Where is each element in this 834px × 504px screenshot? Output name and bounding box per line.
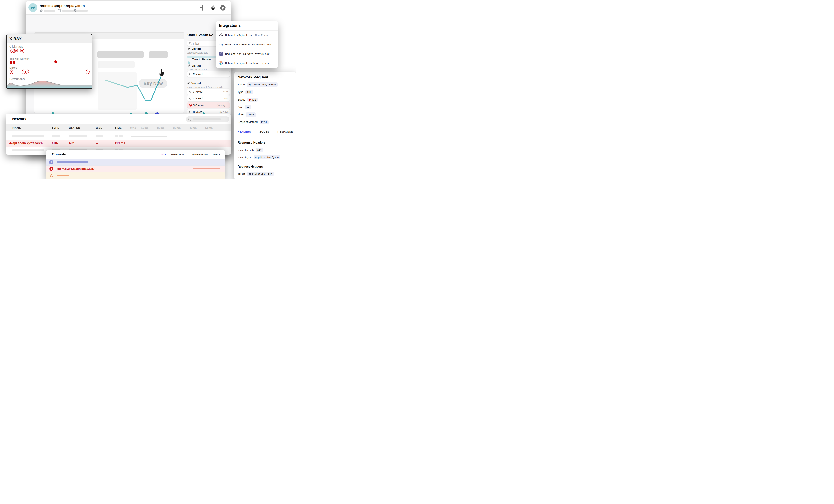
integrations-title: Integrations	[219, 23, 241, 28]
event-label: Clicked	[193, 97, 203, 100]
search-icon	[188, 118, 191, 121]
event-clicked-card[interactable]: Clicked	[187, 71, 229, 77]
search-icon	[189, 42, 192, 45]
tab-all[interactable]: ALL	[161, 153, 167, 156]
elastic-icon	[219, 61, 223, 65]
user-events-count: 62	[209, 33, 213, 37]
field-name: Name api.ecom.xyz/search	[238, 82, 278, 87]
app-screenshot: rebecca@openreplay.com	[0, 0, 296, 179]
user-email: rebecca@openreplay.com	[40, 4, 85, 8]
network-error-dot[interactable]	[54, 60, 57, 63]
integration-row[interactable]: Permission denied to access pro...	[216, 40, 278, 49]
event-target: Color	[222, 97, 228, 100]
tab-errors[interactable]: ERRORS	[171, 153, 184, 156]
buy-now-button[interactable]: Buy Now	[139, 79, 167, 88]
event-path: /category/wearable	[187, 68, 208, 71]
xray-title: X-RAY	[9, 37, 21, 41]
error-icon[interactable]	[9, 69, 14, 74]
tab-response[interactable]: RESPONSE	[278, 130, 293, 133]
event-visited[interactable]: Visited	[187, 64, 201, 67]
cell-time: 119 ms	[115, 141, 125, 145]
header-value: application/json	[255, 156, 279, 159]
network-search-input[interactable]	[186, 116, 229, 122]
console-info-row[interactable]: i	[46, 159, 225, 165]
buy-now-label: Buy Now	[144, 81, 163, 86]
col-status[interactable]: STATUS	[69, 126, 80, 129]
header-value: 642	[257, 149, 262, 151]
network-request-panel: Network Request Name api.ecom.xyz/search…	[235, 72, 296, 179]
skeleton-tile	[149, 51, 168, 58]
error-icon[interactable]	[25, 69, 29, 74]
response-headers-title: Response Headers	[238, 141, 266, 144]
field-label: Size	[238, 106, 243, 109]
col-time[interactable]: TIME	[115, 126, 122, 129]
network-row-error[interactable]: api.ecom.xyz/search XHR 422 -- 119 ms	[6, 139, 231, 147]
integration-row[interactable]: Request failed with status 500	[216, 49, 278, 58]
avatar	[28, 3, 37, 12]
integration-message: Request failed with status 500	[225, 52, 269, 55]
header-value: application/json	[249, 172, 272, 175]
event-label: Clicked	[193, 90, 203, 93]
event-clicked-card[interactable]: Clicked Size	[187, 89, 229, 94]
integration-row[interactable]: UnhandledRejection: Non–Error...	[216, 30, 278, 40]
header-value-chip: 642	[256, 148, 263, 152]
divider	[7, 56, 92, 56]
info-skeleton-bar	[57, 161, 88, 163]
network-row-skeleton[interactable]	[6, 133, 231, 139]
console-error-row[interactable]: ! ecom.xyz/a213qh.js:123987	[46, 165, 225, 172]
duration-skeleton	[44, 10, 55, 12]
event-path: /category/wearable	[187, 51, 208, 54]
cell-type: XHR	[52, 141, 58, 145]
jira-icon[interactable]	[210, 5, 216, 11]
field-value-chip: POST	[260, 120, 268, 124]
console-title: Console	[52, 152, 66, 156]
error-icon[interactable]	[86, 69, 90, 74]
col-0ms: 0ms	[130, 126, 136, 129]
angry-face-icon[interactable]	[14, 48, 18, 53]
location-skeleton	[78, 10, 88, 12]
navigate-icon	[187, 82, 190, 85]
time-to-render-label[interactable]: Time to Render	[192, 58, 211, 61]
hand-click-icon	[189, 111, 192, 113]
integration-detail: Non–Error...	[255, 34, 273, 37]
event-visited[interactable]: Visited	[187, 47, 201, 50]
xray-panel: X-RAY Click Rage 4xx-5xx Network Errors …	[6, 34, 92, 89]
field-value-chip: 422	[247, 97, 258, 102]
field-value: 119ms	[247, 113, 255, 116]
col-type[interactable]: TYPE	[52, 126, 59, 129]
search-skeleton	[193, 118, 221, 120]
field-value-chip: --	[245, 105, 251, 109]
tab-request[interactable]: REQUEST	[258, 130, 271, 133]
event-visited[interactable]: Visited	[187, 82, 201, 85]
tab-warnings[interactable]: WARNINGS	[192, 153, 208, 156]
network-error-dot[interactable]	[9, 61, 12, 64]
slack-icon[interactable]	[200, 5, 205, 11]
col-10ms: 10ms	[141, 126, 149, 129]
col-size[interactable]: SIZE	[96, 126, 103, 129]
angry-face-icon[interactable]	[20, 48, 24, 53]
tab-info[interactable]: INFO	[213, 153, 220, 156]
field-label: Request Method	[238, 120, 258, 124]
event-rage-click-card[interactable]: 3 Clicks Quantity +	[187, 102, 229, 108]
event-path: /category/wearable/watch-details	[187, 86, 223, 88]
integration-message: UnhandledRejection:	[225, 34, 254, 37]
console-warning-row[interactable]	[46, 172, 225, 179]
header-value-chip: application/json	[254, 155, 280, 159]
header-key: content-type	[238, 156, 251, 159]
field-status: Status 422	[238, 97, 258, 102]
integration-row[interactable]: Unhandledrejection handler rece..	[216, 58, 278, 67]
xray-errors-label: Errors	[9, 66, 17, 69]
col-name[interactable]: NAME	[13, 126, 21, 129]
network-panel: Network NAME TYPE STATUS SIZE TIME 0ms 1…	[6, 114, 231, 155]
navigate-icon	[187, 47, 190, 50]
event-type: Visited	[192, 82, 201, 85]
tab-headers[interactable]: HEADERS	[238, 130, 251, 133]
error-icon: !	[49, 167, 53, 171]
github-icon[interactable]	[220, 5, 226, 11]
console-error-source: ecom.xyz/a213qh.js:123987	[57, 167, 95, 171]
request-headers-title: Request Headers	[238, 165, 263, 169]
network-error-dot[interactable]	[13, 61, 16, 64]
session-header: rebecca@openreplay.com	[26, 1, 231, 14]
event-clicked-card[interactable]: Clicked Color	[187, 95, 229, 101]
integration-message: Permission denied to access pro...	[225, 43, 276, 46]
